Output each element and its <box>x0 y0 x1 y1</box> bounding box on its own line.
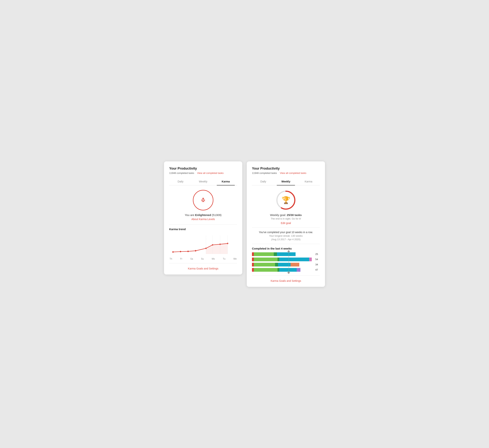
karma-goals-link[interactable]: Karma Goals and Settings <box>169 267 237 270</box>
right-view-all-link[interactable]: View all completed tasks <box>280 172 306 174</box>
svg-point-2 <box>180 251 181 252</box>
karma-icon-container <box>169 190 237 210</box>
left-tab-karma[interactable]: Karma <box>214 178 237 185</box>
right-card: Your Productivity 11948 completed tasks … <box>247 161 325 287</box>
left-tab-daily[interactable]: Daily <box>169 178 192 185</box>
karma-chart-labels: Th Fr Sa Su Mo Tu We <box>169 258 237 260</box>
goal-marker-bottom <box>287 271 290 274</box>
right-completed-count: 11948 completed tasks <box>252 172 277 174</box>
bar-value-1: 25 <box>315 253 320 255</box>
svg-point-4 <box>195 250 196 251</box>
weekly-goal-sub: The end is in sight. Go for it! <box>252 217 320 220</box>
karma-trend-title: Karma trend <box>169 228 237 231</box>
divider-2 <box>169 263 237 263</box>
bar-value-2: 54 <box>315 258 320 261</box>
right-tab-daily[interactable]: Daily <box>252 178 275 185</box>
streak-text: You've completed your goal 10 weeks in a… <box>252 231 320 234</box>
bar-row-1: 25 <box>252 252 320 256</box>
divider-1 <box>169 224 237 225</box>
right-tab-weekly[interactable]: Weekly <box>275 178 297 185</box>
right-completed-row: 11948 completed tasks View all completed… <box>252 172 320 174</box>
karma-circle <box>193 190 213 210</box>
left-tab-weekly[interactable]: Weekly <box>192 178 214 185</box>
svg-point-3 <box>187 251 189 252</box>
right-tabs: Daily Weekly Karma <box>252 178 320 185</box>
karma-level-name: Enlightened <box>195 213 211 217</box>
left-tabs: Daily Weekly Karma <box>169 178 237 185</box>
trophy-ring: 🏆 <box>276 190 296 210</box>
about-karma-link[interactable]: About Karma Levels <box>169 218 237 221</box>
svg-marker-0 <box>206 243 228 254</box>
karma-trend-chart <box>169 234 237 256</box>
weekly-goal-fraction: 25/30 tasks <box>287 213 302 217</box>
right-divider-1 <box>252 228 320 228</box>
left-card-title: Your Productivity <box>169 167 237 171</box>
karma-score: 51309 <box>213 213 221 217</box>
bar-row-4: 47 <box>252 268 320 272</box>
left-card: Your Productivity 11948 completed tasks … <box>164 161 242 275</box>
left-view-all-link[interactable]: View all completed tasks <box>197 172 224 174</box>
streak-longest: Your longest streak: 130 weeks <box>252 235 320 237</box>
bar-row-2: 54 <box>252 258 320 261</box>
karma-level-text: You are Enlightened (51309) <box>169 213 237 217</box>
right-card-title: Your Productivity <box>252 167 320 171</box>
completed-4weeks-title: Completed in the last 4 weeks <box>252 247 320 250</box>
right-tab-karma[interactable]: Karma <box>297 178 320 185</box>
karma-lotus-icon <box>198 195 208 205</box>
streak-dates: (Aug 13 2017 - Apr 4 2020) <box>252 238 320 241</box>
weekly-goal-text: Weekly goal: 25/30 tasks <box>252 213 320 217</box>
right-karma-goals-link[interactable]: Karma Goals and Settings <box>252 279 320 282</box>
bar-chart: 25 54 <box>252 252 320 272</box>
bar-value-4: 47 <box>315 268 320 271</box>
cards-container: Your Productivity 11948 completed tasks … <box>164 161 325 287</box>
trophy-container: 🏆 <box>252 190 320 210</box>
edit-goal-link[interactable]: Edit goal <box>252 222 320 225</box>
left-completed-row: 11948 completed tasks View all completed… <box>169 172 237 174</box>
svg-point-1 <box>172 251 174 253</box>
right-divider-2 <box>252 244 320 244</box>
bar-value-3: 34 <box>315 263 320 266</box>
trophy-icon: 🏆 <box>282 196 290 204</box>
bar-row-3: 34 <box>252 263 320 267</box>
left-completed-count: 11948 completed tasks <box>169 172 194 174</box>
goal-line <box>289 252 289 272</box>
